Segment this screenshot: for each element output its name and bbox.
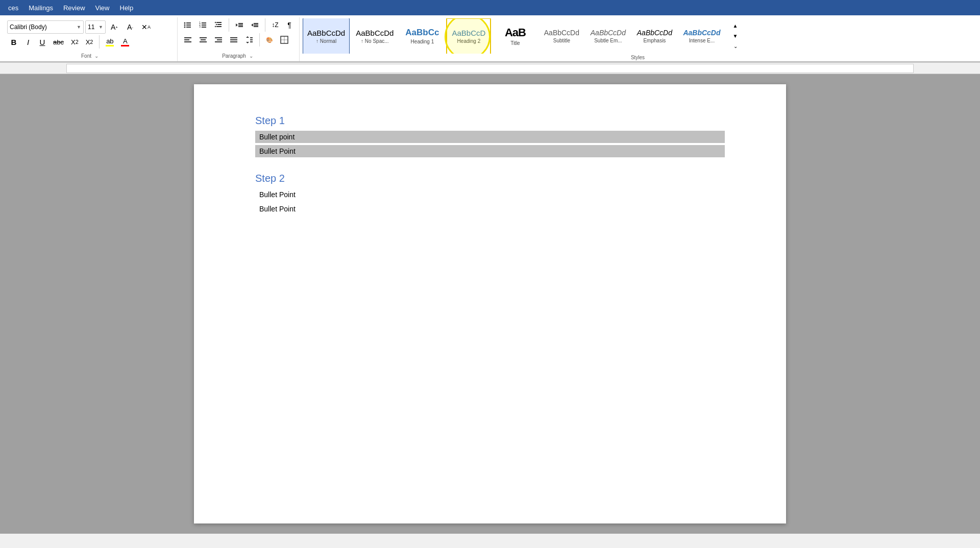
font-size-dropdown[interactable]: 11 ▼	[85, 20, 106, 34]
svg-rect-28	[184, 41, 191, 42]
style-title[interactable]: AaB Title	[493, 18, 537, 54]
paragraph-expand-button[interactable]: ⌄	[248, 52, 255, 60]
menu-help[interactable]: Help	[116, 3, 138, 13]
style-subtle-em[interactable]: AaBbCcDd Subtle Em...	[585, 18, 630, 54]
step2-bullet1: Bullet Point	[255, 188, 725, 201]
svg-rect-37	[230, 41, 237, 42]
svg-point-0	[184, 22, 186, 24]
style-title-label: Title	[510, 40, 520, 46]
styles-group-label: Styles	[303, 54, 973, 61]
menu-review[interactable]: Review	[59, 3, 89, 13]
style-nospace[interactable]: AaBbCcDd ↑ No Spac...	[351, 18, 398, 54]
font-color-button[interactable]: A	[118, 35, 132, 49]
bold-button[interactable]: B	[7, 35, 20, 49]
increase-font-button[interactable]: A+	[107, 20, 121, 34]
svg-rect-33	[217, 39, 222, 40]
style-emphasis[interactable]: AaBbCcDd Emphasis	[632, 18, 677, 54]
svg-rect-17	[216, 26, 222, 27]
ribbon-top-row: Calibri (Body) ▼ 11 ▼ A+ A- ✕A	[0, 15, 980, 61]
svg-rect-20	[238, 25, 243, 26]
borders-button[interactable]	[277, 33, 291, 46]
font-label-text: Font	[81, 53, 91, 59]
shading-button[interactable]: 🎨	[263, 33, 276, 46]
increase-indent-button[interactable]	[248, 18, 262, 32]
svg-rect-27	[184, 39, 189, 40]
step2-bullet2: Bullet Point	[255, 203, 725, 215]
svg-rect-7	[202, 22, 206, 23]
align-center-button[interactable]	[196, 33, 210, 46]
italic-button[interactable]: I	[21, 35, 35, 49]
svg-rect-9	[202, 25, 206, 26]
clear-formatting-button[interactable]: ✕A	[139, 20, 153, 34]
style-heading1-label: Heading 1	[411, 39, 434, 44]
styles-scroll-up[interactable]: ▲	[729, 21, 742, 31]
svg-rect-36	[230, 39, 237, 40]
font-expand-button[interactable]: ⌄	[93, 52, 100, 60]
show-para-button[interactable]: ¶	[283, 18, 296, 32]
svg-rect-19	[238, 23, 243, 24]
style-title-preview: AaB	[505, 26, 526, 39]
svg-point-16	[215, 26, 216, 27]
style-normal[interactable]: AaBbCcDd ↑ Normal	[303, 18, 350, 54]
svg-rect-1	[186, 22, 191, 23]
svg-rect-23	[254, 23, 258, 24]
menu-mailings[interactable]: Mailings	[24, 3, 57, 13]
decrease-font-button[interactable]: A-	[123, 20, 137, 34]
menu-ces[interactable]: ces	[4, 3, 22, 13]
font-controls: Calibri (Body) ▼ 11 ▼ A+ A- ✕A	[7, 18, 174, 51]
style-intense-e[interactable]: AaBbCcDd Intense E...	[678, 18, 725, 54]
sep2	[229, 18, 229, 32]
ribbon-combined: Calibri (Body) ▼ 11 ▼ A+ A- ✕A	[0, 15, 980, 62]
style-intense-e-label: Intense E...	[689, 38, 715, 43]
style-heading2[interactable]: AaBbCcD Heading 2	[446, 18, 491, 54]
styles-scroll-down[interactable]: ▼	[729, 32, 742, 41]
menu-view[interactable]: View	[91, 3, 114, 13]
svg-rect-26	[184, 37, 191, 38]
document-page[interactable]: Step 1 Bullet point Bullet Point Step 2 …	[194, 84, 786, 523]
bullets-button[interactable]	[181, 18, 195, 32]
step1-block: Step 1 Bullet point Bullet Point	[255, 115, 725, 157]
style-normal-preview: AaBbCcDd	[307, 29, 345, 37]
paragraph-label-text: Paragraph	[222, 53, 246, 59]
step2-heading: Step 2	[255, 173, 725, 184]
font-color-bar	[121, 45, 129, 46]
svg-rect-42	[250, 41, 253, 42]
svg-rect-3	[186, 25, 191, 26]
superscript-button[interactable]: X2	[83, 35, 96, 49]
style-heading2-label: Heading 2	[457, 38, 481, 44]
svg-text:3.: 3.	[199, 25, 201, 28]
subscript-button[interactable]: X2	[68, 35, 82, 49]
style-subtitle[interactable]: AaBbCcDd Subtitle	[539, 18, 584, 54]
font-size-arrow: ▼	[99, 25, 103, 30]
app-window: ces Mailings Review View Help Calibri (B…	[0, 0, 980, 534]
style-subtitle-preview: AaBbCcDd	[544, 29, 579, 37]
svg-rect-30	[201, 39, 206, 40]
justify-button[interactable]	[227, 33, 241, 46]
align-left-button[interactable]	[181, 33, 195, 46]
font-name-value: Calibri (Body)	[10, 23, 76, 31]
styles-expand[interactable]: ⌄	[729, 42, 742, 51]
numbered-list-button[interactable]: 1.2.3.	[196, 18, 210, 32]
style-emphasis-preview: AaBbCcDd	[637, 29, 672, 37]
svg-rect-35	[230, 37, 237, 38]
svg-point-12	[215, 22, 216, 23]
align-right-button[interactable]	[211, 33, 226, 46]
style-emphasis-label: Emphasis	[643, 38, 666, 43]
svg-rect-25	[254, 26, 258, 27]
styles-group: AaBbCcDd ↑ Normal AaBbCcDd ↑ No Spac... …	[300, 17, 976, 61]
style-heading1[interactable]: AaBbCc Heading 1	[400, 18, 445, 54]
font-group: Calibri (Body) ▼ 11 ▼ A+ A- ✕A	[4, 17, 178, 61]
svg-rect-11	[202, 27, 206, 28]
sort-button[interactable]: ↕Z	[268, 18, 282, 32]
decrease-indent-button[interactable]	[232, 18, 247, 32]
style-normal-label: ↑ Normal	[316, 38, 336, 44]
line-spacing-button[interactable]	[242, 33, 256, 46]
underline-button[interactable]: U	[36, 35, 49, 49]
multilevel-list-button[interactable]	[211, 18, 226, 32]
sep4	[259, 33, 260, 46]
strikethrough-button[interactable]: abc	[50, 35, 67, 49]
highlight-button[interactable]: ab	[103, 35, 117, 49]
font-name-dropdown[interactable]: Calibri (Body) ▼	[7, 20, 84, 34]
svg-rect-24	[254, 25, 258, 26]
svg-rect-21	[238, 26, 243, 27]
